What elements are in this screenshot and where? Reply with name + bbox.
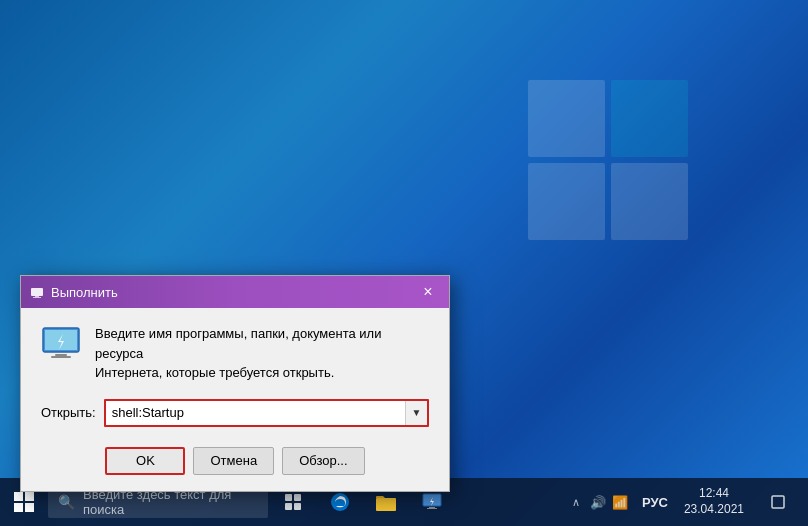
notification-button[interactable] bbox=[756, 480, 800, 524]
svg-rect-2 bbox=[33, 297, 41, 298]
tray-expand-icon[interactable]: ∧ bbox=[572, 496, 580, 509]
desktop: Выполнить × Вве bbox=[0, 0, 808, 526]
open-label: Открыть: bbox=[41, 405, 96, 420]
svg-rect-10 bbox=[14, 503, 23, 512]
dialog-titlebar: Выполнить × bbox=[21, 276, 449, 308]
svg-rect-19 bbox=[429, 507, 435, 508]
volume-icon[interactable]: 📶 bbox=[612, 495, 628, 510]
dialog-input[interactable] bbox=[106, 401, 405, 425]
run-dialog: Выполнить × Вве bbox=[20, 275, 450, 492]
description-line2: Интернета, которые требуется открыть. bbox=[95, 365, 334, 380]
svg-rect-22 bbox=[772, 496, 784, 508]
dialog-open-row: Открыть: ▼ bbox=[41, 399, 429, 427]
svg-rect-1 bbox=[35, 296, 39, 297]
taskbar-search-text: Введите здесь текст для поиска bbox=[83, 487, 258, 517]
svg-rect-11 bbox=[25, 503, 34, 512]
svg-point-16 bbox=[331, 493, 349, 511]
tray-icons: 🔊 📶 bbox=[584, 495, 634, 510]
dialog-app-icon bbox=[41, 324, 81, 364]
svg-rect-0 bbox=[31, 288, 43, 296]
dialog-title-icon bbox=[29, 284, 45, 300]
svg-rect-9 bbox=[25, 492, 34, 501]
svg-rect-15 bbox=[294, 503, 301, 510]
network-icon[interactable]: 🔊 bbox=[590, 495, 606, 510]
svg-rect-13 bbox=[294, 494, 301, 501]
svg-rect-4 bbox=[45, 330, 77, 350]
svg-rect-8 bbox=[14, 492, 23, 501]
search-icon: 🔍 bbox=[58, 494, 75, 510]
svg-rect-17 bbox=[376, 498, 396, 511]
windows-logo-watermark bbox=[528, 80, 688, 240]
tray-time: 12:44 bbox=[699, 486, 729, 502]
ok-button[interactable]: OK bbox=[105, 447, 185, 475]
svg-rect-20 bbox=[427, 508, 437, 509]
svg-rect-6 bbox=[55, 354, 67, 356]
tray-date: 23.04.2021 bbox=[684, 502, 744, 518]
dialog-close-button[interactable]: × bbox=[415, 279, 441, 305]
svg-rect-7 bbox=[51, 356, 71, 358]
dialog-description: Введите имя программы, папки, документа … bbox=[95, 324, 429, 383]
description-line1: Введите имя программы, папки, документа … bbox=[95, 326, 381, 361]
taskbar-tray: ∧ 🔊 📶 РУС 12:44 23.04.2021 bbox=[572, 480, 808, 524]
svg-rect-14 bbox=[285, 503, 292, 510]
dialog-title-text: Выполнить bbox=[51, 285, 409, 300]
svg-rect-12 bbox=[285, 494, 292, 501]
dialog-buttons: OK Отмена Обзор... bbox=[41, 443, 429, 475]
dialog-input-container[interactable]: ▼ bbox=[104, 399, 429, 427]
dropdown-arrow-button[interactable]: ▼ bbox=[405, 401, 427, 425]
browse-button[interactable]: Обзор... bbox=[282, 447, 364, 475]
cancel-button[interactable]: Отмена bbox=[193, 447, 274, 475]
dialog-body: Введите имя программы, папки, документа … bbox=[21, 308, 449, 491]
language-indicator[interactable]: РУС bbox=[638, 495, 672, 510]
tray-clock[interactable]: 12:44 23.04.2021 bbox=[676, 486, 752, 517]
dialog-top-row: Введите имя программы, папки, документа … bbox=[41, 324, 429, 383]
